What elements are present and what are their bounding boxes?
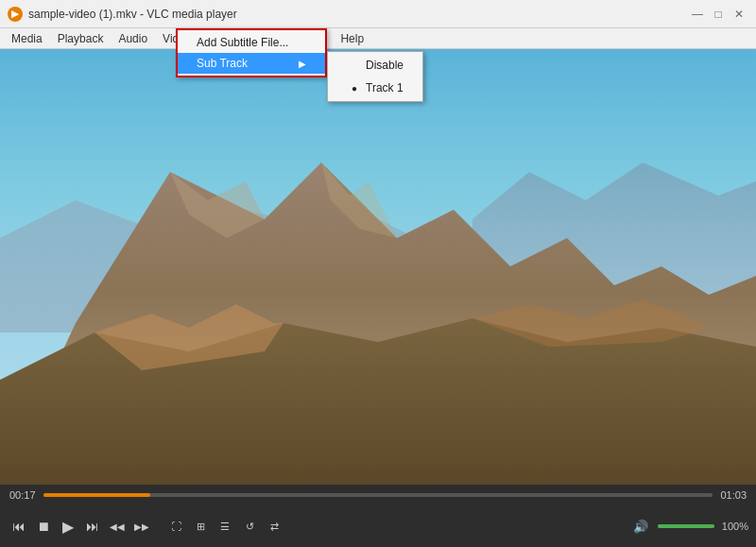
volume-label: 100% [722,521,748,532]
sub-track-item[interactable]: Sub Track ▶ [178,53,325,74]
menu-media[interactable]: Media [4,30,50,47]
frame-fwd-button[interactable]: ▶▶ [130,515,153,538]
seek-bar[interactable] [43,493,713,497]
playlist-button[interactable]: ☰ [214,515,236,538]
track1-bullet: ● [347,80,362,95]
menu-help[interactable]: Help [333,30,371,47]
volume-icon[interactable]: 🔊 [629,515,652,538]
bottom-controls: ⏮ ⏹ ▶ ⏭ ◀◀ ▶▶ ⛶ ⊞ ☰ ↺ ⇄ 🔊 100% [0,505,756,547]
time-current: 00:17 [6,489,40,501]
app-icon: ▶ [8,7,23,22]
sub-track-submenu: Disable ● Track 1 [327,51,423,102]
time-total: 01:03 [716,489,750,501]
loop-button[interactable]: ↺ [238,515,261,538]
submenu-arrow-icon: ▶ [299,59,306,69]
disable-item[interactable]: Disable [328,54,422,77]
maximize-button[interactable]: □ [709,5,728,24]
frame-back-button[interactable]: ◀◀ [106,515,129,538]
window-controls: — □ ✕ [688,5,748,24]
add-subtitle-item[interactable]: Add Subtitle File... [178,32,325,53]
title-bar: ▶ sample-video (1).mkv - VLC media playe… [0,0,756,28]
minimize-button[interactable]: — [688,5,707,24]
random-button[interactable]: ⇄ [263,515,285,538]
video-content [0,49,756,485]
menu-audio[interactable]: Audio [111,30,155,47]
stop-button[interactable]: ⏹ [32,515,55,538]
window-title: sample-video (1).mkv - VLC media player [28,8,688,21]
seek-progress [43,493,150,497]
seek-bar-container: 00:17 01:03 [0,485,756,505]
fullscreen-button[interactable]: ⛶ [164,515,187,538]
menu-bar: Media Playback Audio Video Subtitle Tool… [0,28,756,49]
next-button[interactable]: ⏭ [81,515,104,538]
previous-button[interactable]: ⏮ [8,515,30,538]
extended-settings-button[interactable]: ⊞ [189,515,212,538]
video-area[interactable] [0,49,756,485]
volume-progress [658,524,714,528]
menu-playback[interactable]: Playback [50,30,112,47]
subtitle-dropdown: Add Subtitle File... Sub Track ▶ Disable… [176,28,327,77]
track1-item[interactable]: ● Track 1 [328,77,422,99]
volume-bar[interactable] [658,524,714,528]
play-pause-button[interactable]: ▶ [57,515,79,538]
disable-bullet [347,58,362,73]
close-button[interactable]: ✕ [730,5,748,24]
